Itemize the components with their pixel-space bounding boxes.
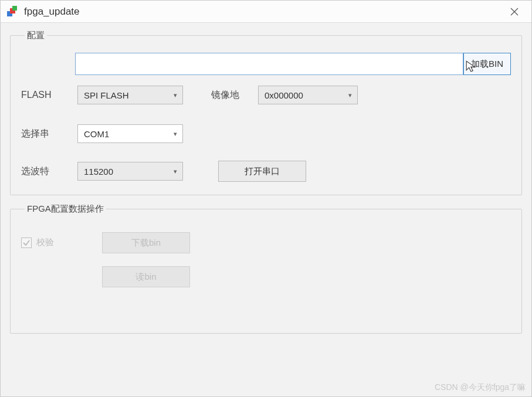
- config-group: 配置 加载BIN FLASH SPI FLASH ▾: [10, 30, 522, 195]
- bin-path-input[interactable]: [75, 53, 463, 75]
- serial-row: 选择串 COM1 ▾: [21, 124, 511, 143]
- flash-select[interactable]: SPI FLASH ▾: [77, 86, 183, 104]
- serial-label: 选择串: [21, 128, 77, 140]
- titlebar: fpga_update: [1, 1, 531, 23]
- baud-value: 115200: [78, 167, 168, 177]
- ops-row: 校验 下载bin 读bin: [21, 232, 511, 287]
- flash-label: FLASH: [21, 90, 77, 100]
- mirror-addr-label: 镜像地: [211, 89, 258, 101]
- flash-row: FLASH SPI FLASH ▾ 镜像地 0x000000 ▾: [21, 86, 511, 104]
- chevron-down-icon: ▾: [168, 168, 182, 175]
- verify-label: 校验: [36, 237, 54, 248]
- app-window: fpga_update 配置 加载BIN FLASH: [0, 0, 532, 397]
- check-icon: [22, 239, 31, 247]
- chevron-down-icon: ▾: [168, 91, 182, 99]
- config-legend: 配置: [25, 30, 47, 41]
- read-bin-button[interactable]: 读bin: [102, 266, 190, 287]
- baud-row: 选波特 115200 ▾ 打开串口: [21, 161, 511, 182]
- serial-select[interactable]: COM1 ▾: [77, 124, 183, 143]
- baud-select[interactable]: 115200 ▾: [77, 162, 183, 181]
- close-button[interactable]: [503, 1, 526, 23]
- flash-select-value: SPI FLASH: [78, 90, 168, 100]
- baud-label: 选波特: [21, 165, 77, 178]
- ops-legend: FPGA配置数据操作: [25, 203, 106, 215]
- mirror-addr-select[interactable]: 0x000000 ▾: [258, 86, 358, 104]
- chevron-down-icon: ▾: [168, 130, 182, 138]
- load-bin-button[interactable]: 加载BIN: [463, 53, 511, 75]
- window-title: fpga_update: [24, 6, 503, 18]
- mirror-addr-value: 0x000000: [259, 90, 343, 100]
- client-area: 配置 加载BIN FLASH SPI FLASH ▾: [1, 23, 531, 396]
- verify-checkbox[interactable]: [21, 237, 32, 248]
- open-port-button[interactable]: 打开串口: [218, 161, 306, 182]
- download-bin-button[interactable]: 下载bin: [102, 232, 190, 253]
- file-row: 加载BIN: [21, 53, 511, 75]
- svg-rect-2: [12, 6, 17, 11]
- close-icon: [510, 8, 519, 16]
- verify-checkbox-wrap: 校验: [21, 232, 92, 248]
- serial-value: COM1: [78, 129, 168, 139]
- ops-buttons: 下载bin 读bin: [102, 232, 190, 287]
- watermark: CSDN @今天你fpga了嘛: [435, 382, 526, 393]
- chevron-down-icon: ▾: [343, 91, 357, 99]
- ops-group: FPGA配置数据操作 校验 下载bin 读bin: [10, 203, 522, 334]
- app-icon: [6, 6, 18, 18]
